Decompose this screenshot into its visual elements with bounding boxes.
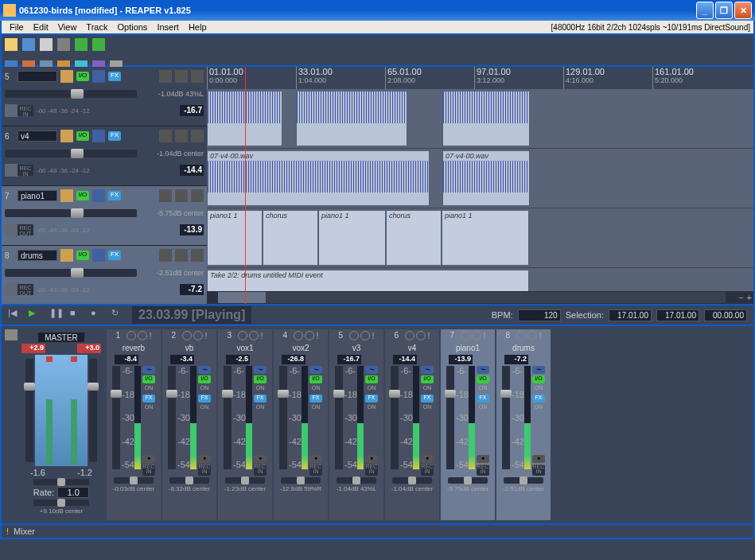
time-display[interactable]: 23.03.99 [Playing] bbox=[132, 306, 251, 324]
recarm-button[interactable]: ● bbox=[309, 455, 322, 463]
io-button[interactable]: I/O bbox=[76, 72, 89, 81]
mute-button[interactable] bbox=[182, 331, 192, 340]
mixer-channel[interactable]: 8 ! drums -7.2 -6--18--30--42--54- 〜 I/O… bbox=[496, 329, 551, 520]
fx-button[interactable]: FX bbox=[365, 395, 378, 402]
on-button[interactable]: ON bbox=[421, 385, 434, 393]
loop-button[interactable]: ↻ bbox=[111, 308, 126, 322]
pause-button[interactable]: ❚❚ bbox=[49, 308, 64, 322]
media-item[interactable]: chorus bbox=[386, 210, 442, 266]
monitor-icon[interactable] bbox=[5, 224, 18, 236]
rate-slider[interactable] bbox=[33, 500, 89, 506]
on-button-2[interactable]: ON bbox=[309, 404, 322, 412]
mute-icon[interactable] bbox=[159, 249, 172, 262]
recarm-button[interactable]: ● bbox=[477, 455, 489, 463]
io-button[interactable]: I/O bbox=[254, 375, 267, 383]
fx-button[interactable]: FX bbox=[142, 395, 155, 402]
env-button[interactable]: 〜 bbox=[198, 366, 211, 374]
channel-pan[interactable] bbox=[448, 477, 488, 484]
env-icon[interactable] bbox=[92, 249, 105, 262]
menu-view[interactable]: View bbox=[53, 21, 82, 33]
channel-pan[interactable] bbox=[169, 477, 209, 484]
volume-fader[interactable] bbox=[5, 150, 137, 158]
recarm-button[interactable]: ● bbox=[365, 455, 378, 463]
mixer-channel[interactable]: 6 ! v4 -14.4 -6--18--30--42--54- 〜 I/O O… bbox=[385, 329, 439, 520]
track-name-input[interactable] bbox=[18, 250, 57, 261]
recmode-button[interactable]: RECIN bbox=[142, 465, 155, 476]
on-button-2[interactable]: ON bbox=[421, 404, 434, 412]
monitor-icon[interactable] bbox=[5, 283, 18, 296]
solo-button[interactable] bbox=[416, 331, 426, 340]
io-button[interactable]: I/O bbox=[76, 131, 89, 141]
mute-icon[interactable] bbox=[159, 70, 172, 83]
arrange-row[interactable]: 07-v4-00.wav07-v4-00.wav bbox=[207, 149, 753, 208]
mixer-menu-icon[interactable] bbox=[5, 329, 18, 340]
channel-fader[interactable] bbox=[279, 366, 287, 469]
io-button[interactable]: I/O bbox=[309, 375, 322, 383]
stop-button[interactable]: ■ bbox=[70, 308, 84, 322]
channel-fader[interactable] bbox=[335, 366, 343, 469]
menu-help[interactable]: Help bbox=[184, 21, 212, 33]
recmode-button[interactable]: RECIN bbox=[254, 465, 267, 476]
io-button[interactable]: I/O bbox=[76, 191, 89, 200]
mute-button[interactable] bbox=[516, 331, 526, 340]
fx-button[interactable]: FX bbox=[421, 395, 434, 402]
env-icon[interactable] bbox=[92, 130, 105, 142]
redo-icon[interactable] bbox=[92, 38, 105, 51]
channel-name[interactable]: vox2 bbox=[292, 344, 309, 353]
io-button[interactable]: I/O bbox=[76, 251, 89, 260]
on-button[interactable]: ON bbox=[477, 385, 489, 393]
arrange-row[interactable]: piano1 1choruspiano1 1choruspiano1 1 bbox=[207, 208, 753, 268]
channel-name[interactable]: drums bbox=[512, 344, 535, 353]
on-button[interactable]: ON bbox=[254, 385, 267, 393]
bpm-input[interactable] bbox=[518, 309, 561, 321]
mute-button[interactable] bbox=[126, 331, 136, 340]
solo-button[interactable] bbox=[193, 331, 203, 340]
master-fader[interactable] bbox=[25, 359, 33, 462]
io-button[interactable]: I/O bbox=[198, 375, 211, 383]
recarm-button[interactable]: ● bbox=[532, 455, 545, 463]
solo-icon[interactable] bbox=[175, 189, 188, 202]
recmode-button[interactable]: RECIN bbox=[309, 465, 322, 476]
rec-mode[interactable]: REC OUT bbox=[18, 224, 33, 235]
open-icon[interactable] bbox=[22, 38, 35, 51]
recarm-button[interactable]: ● bbox=[142, 455, 155, 463]
menu-icon[interactable]: ! bbox=[372, 331, 374, 342]
zoom-out-icon[interactable]: − bbox=[737, 293, 745, 302]
volume-fader[interactable] bbox=[5, 269, 137, 277]
arrange-view[interactable]: 01.01.000:00.00033.01.001:04.00065.01.00… bbox=[207, 67, 753, 304]
solo-button[interactable] bbox=[472, 331, 481, 340]
fx-button[interactable]: FX bbox=[108, 191, 121, 200]
env-button[interactable]: 〜 bbox=[532, 366, 545, 374]
fx-button[interactable]: FX bbox=[254, 395, 267, 402]
selection-length[interactable] bbox=[704, 309, 747, 321]
media-item[interactable]: piano1 1 bbox=[442, 210, 529, 266]
on-button[interactable]: ON bbox=[365, 385, 378, 393]
channel-name[interactable]: vb bbox=[185, 344, 194, 353]
env-icon[interactable] bbox=[92, 189, 105, 202]
channel-fader[interactable] bbox=[168, 366, 176, 469]
on-button-2[interactable]: ON bbox=[477, 404, 489, 412]
io-button[interactable]: I/O bbox=[421, 375, 434, 383]
solo-button[interactable] bbox=[249, 331, 259, 340]
mute-icon[interactable] bbox=[159, 189, 172, 202]
channel-pan[interactable] bbox=[225, 477, 265, 484]
channel-name[interactable]: piano1 bbox=[456, 344, 480, 353]
alert-icon[interactable]: ! bbox=[6, 527, 9, 536]
media-item[interactable]: 07-v4-00.wav bbox=[442, 150, 530, 206]
track-name-input[interactable] bbox=[18, 71, 57, 82]
media-item[interactable]: 07-v4-00.wav bbox=[207, 150, 430, 206]
channel-fader[interactable] bbox=[224, 366, 232, 469]
master-fader-r[interactable] bbox=[89, 359, 97, 462]
on-button-2[interactable]: ON bbox=[198, 404, 211, 412]
menu-icon[interactable]: ! bbox=[483, 331, 485, 342]
recarm-icon[interactable] bbox=[191, 249, 204, 262]
channel-fader[interactable] bbox=[446, 366, 454, 469]
horizontal-scrollbar[interactable]: − + bbox=[207, 291, 753, 304]
on-button[interactable]: ON bbox=[532, 385, 545, 393]
solo-icon[interactable] bbox=[175, 130, 188, 142]
recmode-button[interactable]: RECIN bbox=[365, 465, 378, 476]
volume-fader[interactable] bbox=[5, 209, 137, 217]
media-item[interactable] bbox=[296, 91, 407, 146]
channel-pan[interactable] bbox=[504, 477, 543, 484]
volume-fader[interactable] bbox=[5, 90, 137, 98]
